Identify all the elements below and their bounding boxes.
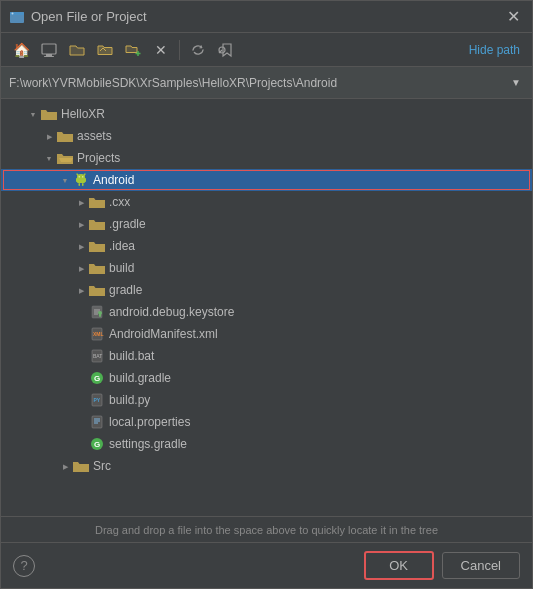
tree-row[interactable]: G settings.gradle xyxy=(1,433,532,455)
status-bar: Drag and drop a file into the space abov… xyxy=(1,516,532,542)
svg-rect-17 xyxy=(85,178,87,182)
toggle-icon xyxy=(73,238,89,254)
close-button[interactable]: ✕ xyxy=(503,9,524,25)
tree-row[interactable]: assets xyxy=(1,125,532,147)
refresh-button[interactable] xyxy=(186,38,210,62)
tree-item-label: .cxx xyxy=(109,195,130,209)
svg-rect-16 xyxy=(76,178,78,182)
toolbar-separator xyxy=(179,40,180,60)
tree-item-label: .gradle xyxy=(109,217,146,231)
toggle-icon xyxy=(25,106,41,122)
svg-text:XML: XML xyxy=(93,331,104,337)
remove-button[interactable]: ✕ xyxy=(149,38,173,62)
tree-row[interactable]: Projects xyxy=(1,147,532,169)
tree-item-label: build xyxy=(109,261,134,275)
keystore-icon xyxy=(89,304,105,320)
folder-icon xyxy=(89,238,105,254)
folder-new-button[interactable] xyxy=(121,38,145,62)
tree-row[interactable]: gradle xyxy=(1,279,532,301)
tree-item-label: android.debug.keystore xyxy=(109,305,234,319)
gradle2-icon: G xyxy=(89,436,105,452)
hide-path-button[interactable]: Hide path xyxy=(465,41,524,59)
path-bar: ▼ xyxy=(1,67,532,99)
folder-icon xyxy=(89,216,105,232)
dialog-icon xyxy=(9,9,25,25)
dialog-title: Open File or Project xyxy=(31,9,497,24)
tree-row[interactable]: G build.gradle xyxy=(1,367,532,389)
toggle-icon xyxy=(73,282,89,298)
folder-icon xyxy=(57,128,73,144)
svg-point-15 xyxy=(82,176,83,177)
tree-item-label: build.bat xyxy=(109,349,154,363)
folder-icon xyxy=(41,106,57,122)
toolbar: 🏠 ✕ xyxy=(1,33,532,67)
toggle-none xyxy=(73,414,89,430)
svg-rect-32 xyxy=(92,416,102,428)
toggle-icon xyxy=(73,194,89,210)
tree-row[interactable]: .idea xyxy=(1,235,532,257)
path-dropdown-button[interactable]: ▼ xyxy=(508,75,524,91)
toggle-icon xyxy=(41,128,57,144)
desktop-button[interactable] xyxy=(37,38,61,62)
tree-row[interactable]: XML AndroidManifest.xml xyxy=(1,323,532,345)
tree-item-label: Android xyxy=(93,173,134,187)
tree-row[interactable]: .gradle xyxy=(1,213,532,235)
tree-row[interactable]: local.properties xyxy=(1,411,532,433)
tree-item-label: AndroidManifest.xml xyxy=(109,327,218,341)
path-input[interactable] xyxy=(9,76,508,90)
toggle-icon xyxy=(73,260,89,276)
home-button[interactable]: 🏠 xyxy=(9,38,33,62)
svg-text:BAT: BAT xyxy=(93,353,102,359)
props-icon xyxy=(89,414,105,430)
tree-item-label: .idea xyxy=(109,239,135,253)
svg-text:G: G xyxy=(94,374,100,383)
toggle-icon xyxy=(73,216,89,232)
tree-item-label: build.gradle xyxy=(109,371,171,385)
svg-rect-4 xyxy=(46,54,52,56)
help-button[interactable]: ? xyxy=(13,555,35,577)
android-icon xyxy=(73,172,89,188)
folder-icon xyxy=(89,282,105,298)
tree-row[interactable]: android.debug.keystore xyxy=(1,301,532,323)
tree-row[interactable]: HelloXR xyxy=(1,103,532,125)
toggle-icon xyxy=(57,172,73,188)
svg-rect-19 xyxy=(82,183,84,186)
svg-text:PY: PY xyxy=(94,397,101,403)
xml-icon: XML xyxy=(89,326,105,342)
folder2-button[interactable] xyxy=(93,38,117,62)
bottom-bar: ? OK Cancel xyxy=(1,542,532,588)
svg-point-14 xyxy=(79,176,80,177)
tree-row[interactable]: Src xyxy=(1,455,532,477)
svg-rect-18 xyxy=(79,183,81,186)
toggle-none xyxy=(73,370,89,386)
tree-row[interactable]: PY build.py xyxy=(1,389,532,411)
gradle-icon: G xyxy=(89,370,105,386)
toggle-none xyxy=(73,436,89,452)
tree-row[interactable]: .cxx xyxy=(1,191,532,213)
svg-rect-3 xyxy=(42,44,56,54)
tree-item-label: build.py xyxy=(109,393,150,407)
py-icon: PY xyxy=(89,392,105,408)
tree-item-label: local.properties xyxy=(109,415,190,429)
file-tree: HelloXR assets Projects xyxy=(1,99,532,516)
tree-item-label: assets xyxy=(77,129,112,143)
folder-button[interactable] xyxy=(65,38,89,62)
tree-item-label: Src xyxy=(93,459,111,473)
folder-icon xyxy=(89,194,105,210)
toggle-none xyxy=(73,348,89,364)
svg-rect-11 xyxy=(77,177,85,183)
toggle-none xyxy=(73,304,89,320)
toggle-none xyxy=(73,326,89,342)
dialog: Open File or Project ✕ 🏠 xyxy=(0,0,533,589)
folder-icon xyxy=(89,260,105,276)
tree-row[interactable]: BAT build.bat xyxy=(1,345,532,367)
tree-item-label: HelloXR xyxy=(61,107,105,121)
tree-row[interactable]: build xyxy=(1,257,532,279)
bookmarks-button[interactable] xyxy=(214,38,238,62)
tree-row-android[interactable]: Android xyxy=(1,169,532,191)
svg-rect-5 xyxy=(44,56,54,57)
ok-button[interactable]: OK xyxy=(364,551,434,580)
cancel-button[interactable]: Cancel xyxy=(442,552,520,579)
bat-icon: BAT xyxy=(89,348,105,364)
toggle-icon xyxy=(57,458,73,474)
